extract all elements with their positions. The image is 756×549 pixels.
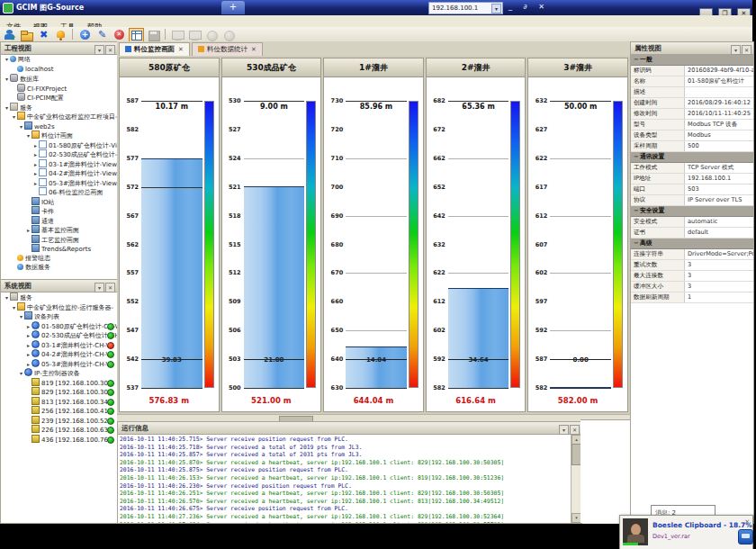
address-tab[interactable]: 192.168.100.1▾ — [428, 2, 503, 14]
chevron-down-icon[interactable]: ▾ — [491, 4, 501, 14]
property-section[interactable]: −高级 — [631, 238, 753, 249]
tree-item[interactable]: 256 [192.168.100.41:5 — [1, 406, 117, 416]
tree-item[interactable]: 436 [192.168.100.76:5 — [1, 435, 117, 445]
tree-item[interactable]: 卡件 — [1, 206, 117, 216]
close-icon[interactable]: ✕ — [744, 518, 750, 526]
tree-item[interactable]: ▾IP-主控制器设备 — [1, 368, 117, 378]
tree-item[interactable]: ▸03-1#溜井料位计-View — [1, 159, 117, 169]
inner-window-buttons[interactable]: _ ∂ ✕ — [508, 3, 549, 11]
property-value[interactable]: default — [685, 228, 753, 238]
tree-item[interactable]: 通道 — [1, 216, 117, 226]
tree-item[interactable]: ▾网络 — [1, 55, 117, 65]
property-value[interactable]: 20160829-4bf9-4f10-a0 — [685, 66, 753, 76]
tree-item[interactable]: 06-料位监控总画面 — [1, 187, 117, 197]
tree-item[interactable]: 829 [192.168.100.30:5 — [1, 387, 117, 397]
tree-item[interactable]: IO站 — [1, 197, 117, 207]
property-value[interactable]: 1 — [685, 292, 753, 302]
alarm-bell-icon[interactable] — [53, 28, 68, 42]
expand-arrow-icon[interactable]: ▾ — [4, 55, 10, 65]
property-value[interactable]: automatic — [685, 217, 753, 227]
property-value[interactable]: 3 — [685, 271, 753, 281]
tree-item[interactable]: ▸05-3#溜井料位计-CH-V — [1, 359, 117, 369]
open-folder-icon[interactable] — [19, 28, 34, 42]
tree-item[interactable]: 工艺监控画面 — [1, 235, 117, 245]
property-value[interactable]: 503 — [685, 184, 753, 194]
add-icon[interactable]: + — [77, 28, 93, 42]
expand-arrow-icon[interactable]: ▸ — [25, 226, 32, 235]
close-icon[interactable]: ✕ — [251, 46, 256, 53]
expand-arrow-icon[interactable]: ▸ — [32, 160, 39, 169]
tree-item[interactable]: ▾数据库 — [1, 74, 117, 84]
tab-0[interactable]: 料位监控画面✕ — [119, 42, 190, 57]
clipboard-notification[interactable]: Boeslee Clipboard - 18.7% Dev1_ver.rar ✕ — [619, 515, 753, 549]
tree-item[interactable]: ▾设备列表 — [1, 311, 117, 321]
expand-arrow-icon[interactable]: ▾ — [4, 293, 10, 302]
tree-item[interactable]: ▾web2s — [1, 122, 117, 131]
tree-item[interactable]: localhost — [1, 65, 117, 75]
expand-arrow-icon[interactable]: ▸ — [32, 179, 39, 188]
property-section[interactable]: −通讯设置 — [631, 152, 753, 163]
tree-item[interactable]: ▸04-2#溜井料位计-View — [1, 168, 117, 178]
property-value[interactable]: 192.168.100.1 — [685, 174, 753, 184]
expand-arrow-icon[interactable]: ▸ — [25, 322, 32, 331]
property-value[interactable]: 3 — [685, 282, 753, 292]
property-value[interactable]: IP Server over TLS — [685, 195, 753, 205]
tree-item[interactable]: ▾中金矿业料位远程监控工程项目- — [1, 112, 117, 122]
tree-item[interactable]: ▸02-530成品矿仓料位计-CH — [1, 330, 117, 340]
property-value[interactable]: 2016/08/29-16:40:12 — [685, 98, 753, 108]
expand-arrow-icon[interactable]: ▸ — [25, 341, 32, 350]
disconnect-icon[interactable]: ✖ — [36, 28, 51, 42]
property-section[interactable]: −安全设置 — [631, 206, 753, 217]
delete-icon[interactable]: ✕ — [112, 28, 127, 42]
property-value[interactable]: 3 — [685, 260, 753, 270]
tree-item[interactable]: 226 [192.168.100.63:5 — [1, 425, 117, 435]
tree-item[interactable]: 813 [192.168.100.34:4 — [1, 397, 117, 407]
edit-icon[interactable]: ✎ — [94, 28, 110, 42]
new-tab-button[interactable]: + — [221, 1, 245, 14]
user-online-icon[interactable]: ✔ — [2, 28, 17, 42]
chat-bubble-icon[interactable] — [738, 529, 753, 544]
table-view-icon[interactable] — [129, 28, 144, 42]
expand-arrow-icon[interactable]: ▸ — [25, 350, 32, 359]
tree-item[interactable]: ▸02-530成品矿仓料位计-View — [1, 149, 117, 159]
expand-arrow-icon[interactable]: ▾ — [18, 122, 24, 131]
tree-item[interactable]: 数据服务 — [1, 263, 117, 273]
property-value[interactable]: Modbus TCP 设备 — [685, 120, 753, 130]
expand-arrow-icon[interactable]: ▾ — [18, 369, 24, 378]
tree-item[interactable]: ▾服务 — [1, 103, 117, 112]
expand-arrow-icon[interactable]: ▸ — [32, 150, 39, 159]
tree-item[interactable]: ▸04-2#溜井料位计-CH-V — [1, 349, 117, 359]
close-icon[interactable]: ✕ — [178, 46, 184, 53]
expand-arrow-icon[interactable]: ▸ — [32, 169, 39, 178]
expand-arrow-icon[interactable]: ▾ — [4, 104, 10, 112]
tree-item[interactable]: CI-PCIM配置 — [1, 93, 117, 103]
tree-item[interactable]: 819 [192.168.100.30:5 — [1, 378, 117, 388]
property-value[interactable]: Modbus — [685, 130, 753, 140]
tree-item[interactable]: ▸01-580原矿仓料位计-CH-V — [1, 321, 117, 331]
tree-item[interactable]: ▸基本监控画面 — [1, 225, 117, 235]
property-value[interactable]: DriverMode=Server;Po — [685, 249, 753, 259]
tree-item[interactable]: ▸01-580原矿仓料位计-View — [1, 140, 117, 150]
expand-arrow-icon[interactable]: ▾ — [11, 112, 17, 122]
property-value[interactable] — [685, 87, 753, 97]
expand-arrow-icon[interactable]: ▸ — [32, 141, 39, 150]
tree-item[interactable]: ▾服务 — [1, 292, 117, 302]
tab-1[interactable]: 料位数据统计✕ — [192, 42, 263, 57]
expand-arrow-icon[interactable]: ▾ — [11, 303, 17, 312]
property-value[interactable]: 500 — [685, 141, 753, 151]
tree-item[interactable]: ▾料位计画面 — [1, 130, 117, 140]
expand-arrow-icon[interactable]: ▾ — [18, 312, 24, 321]
tree-item[interactable]: 239 [192.168.100.52:5 — [1, 416, 117, 426]
property-value[interactable]: 2016/10/11-11:40:25 — [685, 109, 753, 119]
tree-item[interactable]: ▸05-3#溜井料位计-View — [1, 178, 117, 188]
tree-item[interactable]: 报警组态 — [1, 254, 117, 264]
tree-item[interactable]: CI-FIXProject — [1, 84, 117, 94]
tree-item[interactable]: ▸03-1#溜井料位计-CH-V — [1, 340, 117, 350]
expand-arrow-icon[interactable]: ▾ — [4, 75, 10, 84]
tree-item[interactable]: Trends&Reports — [1, 244, 117, 254]
expand-arrow-icon[interactable]: ▸ — [25, 331, 32, 340]
expand-arrow-icon[interactable]: ▾ — [25, 131, 32, 140]
expand-arrow-icon[interactable]: ▸ — [25, 360, 32, 369]
tree-item[interactable]: ▾中金矿业料位监控-运行服务器- — [1, 302, 117, 312]
property-value[interactable]: 01-580原矿仓料位计 — [685, 76, 753, 86]
